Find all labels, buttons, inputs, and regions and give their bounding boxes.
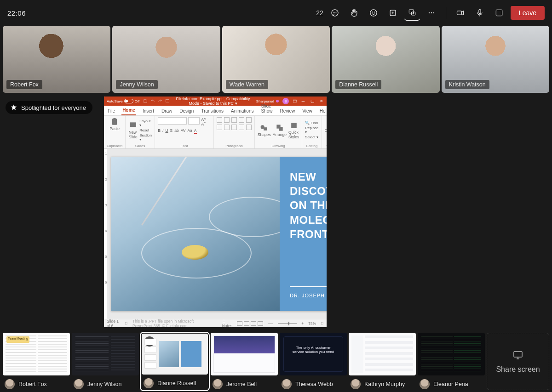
- new-slide-icon[interactable]: [128, 121, 138, 130]
- sorter-view-button[interactable]: [244, 321, 249, 326]
- tab-design[interactable]: Design: [178, 107, 195, 115]
- line-spacing-button[interactable]: [246, 117, 252, 123]
- svg-rect-21: [114, 118, 116, 119]
- arrange-icon[interactable]: [275, 123, 284, 132]
- monitor-icon: [511, 350, 525, 361]
- reset-button[interactable]: Reset: [139, 128, 152, 132]
- tab-review[interactable]: Review: [279, 107, 296, 115]
- share-source-name: Theresa Webb: [295, 381, 333, 387]
- close-button[interactable]: ✕: [319, 99, 324, 103]
- reactions-button[interactable]: [366, 5, 381, 21]
- quick-styles-icon[interactable]: [289, 121, 299, 130]
- bullets-button[interactable]: [217, 117, 222, 123]
- tab-home[interactable]: Home: [121, 106, 136, 115]
- shapes-icon[interactable]: [259, 123, 269, 132]
- strike-button[interactable]: S: [170, 128, 173, 134]
- video-tile[interactable]: Wade Warren: [222, 26, 330, 93]
- camera-button[interactable]: [453, 5, 468, 21]
- autosave-toggle[interactable]: AutoSave Off: [107, 99, 139, 103]
- slideshow-icon[interactable]: [165, 99, 170, 103]
- char-spacing-button[interactable]: AV: [181, 128, 186, 134]
- ppt-body: 1 2 3 4 5 6 NEW DISCOVERIES ON THE MOLE: [104, 149, 327, 319]
- font-family-select[interactable]: [158, 117, 187, 125]
- tab-transitions[interactable]: Transitions: [200, 107, 224, 115]
- tab-file[interactable]: File: [107, 107, 116, 115]
- slideshow-view-button[interactable]: [258, 321, 263, 326]
- justify-button[interactable]: [239, 125, 244, 130]
- indent-dec-button[interactable]: [231, 117, 237, 123]
- minimize-button[interactable]: ─: [301, 99, 305, 103]
- share-indicator-button[interactable]: [404, 5, 420, 21]
- numbering-button[interactable]: [224, 117, 230, 123]
- font-size-select[interactable]: [188, 117, 200, 125]
- indent-inc-button[interactable]: [239, 117, 244, 123]
- leave-button[interactable]: Leave: [511, 6, 545, 20]
- columns-button[interactable]: [246, 125, 252, 130]
- notes-button[interactable]: ≐ Notes: [222, 319, 232, 328]
- zoom-slider[interactable]: [278, 323, 297, 324]
- font-color-button[interactable]: A: [194, 128, 197, 134]
- maximize-button[interactable]: ▢: [310, 99, 315, 103]
- redo-icon[interactable]: [158, 99, 162, 103]
- select-button[interactable]: Select ▾: [305, 135, 318, 139]
- preview-thumbnail: [418, 333, 485, 375]
- tab-view[interactable]: View: [301, 107, 313, 115]
- svg-point-4: [334, 13, 335, 13]
- bold-button[interactable]: B: [158, 128, 161, 134]
- share-source-tile[interactable]: Kathryn Murphy: [349, 333, 416, 390]
- apps-button[interactable]: [385, 5, 401, 21]
- replace-button[interactable]: Replace ▾: [305, 126, 318, 134]
- mic-button[interactable]: [472, 5, 488, 21]
- tab-slide-show[interactable]: Slide Show: [260, 102, 273, 115]
- share-source-tile[interactable]: Eleanor Pena: [418, 333, 485, 390]
- share-screen-top-button[interactable]: [491, 5, 507, 21]
- normal-view-button[interactable]: [237, 321, 242, 326]
- raise-hand-button[interactable]: [346, 5, 362, 21]
- ppt-ribbon-tabs: File Home Insert Draw Design Transitions…: [104, 106, 327, 116]
- share-source-tile[interactable]: Jenny Wilson: [72, 333, 139, 390]
- ppt-document-title: FileInfo.com Example.ppt - Compatibility…: [173, 97, 253, 106]
- video-tile[interactable]: Jenny Wilson: [112, 26, 220, 93]
- shadow-button[interactable]: ab: [174, 128, 178, 134]
- accessibility-icon[interactable]: [125, 321, 128, 326]
- tab-help[interactable]: Help: [319, 107, 327, 115]
- align-center-button[interactable]: [224, 125, 230, 130]
- fit-to-window-button[interactable]: [321, 321, 324, 326]
- video-tile[interactable]: Dianne Russell: [332, 26, 439, 93]
- share-screen-button[interactable]: Share screen: [487, 333, 549, 390]
- slide-thumbnails-panel[interactable]: 1 2 3 4 5 6: [104, 149, 107, 319]
- share-source-tile[interactable]: Team Meeting Robert Fox: [3, 333, 70, 390]
- chat-button[interactable]: [327, 5, 343, 21]
- user-avatar[interactable]: S: [282, 98, 289, 104]
- svg-rect-20: [112, 119, 117, 125]
- layout-button[interactable]: Layout ▾: [139, 119, 152, 127]
- underline-button[interactable]: U: [165, 128, 168, 134]
- slide-canvas[interactable]: NEW DISCOVERIES ON THE MOLECULAR FRONTIE…: [107, 149, 327, 319]
- share-source-tile[interactable]: Jerome Bell: [211, 333, 278, 390]
- share-sources-strip: Team Meeting Robert Fox Jenny Wilson Dia…: [0, 330, 552, 392]
- align-right-button[interactable]: [231, 125, 237, 130]
- align-left-button[interactable]: [217, 125, 222, 130]
- tab-animations[interactable]: Animations: [230, 107, 254, 115]
- ribbon-collapse-icon[interactable]: [293, 99, 297, 103]
- svg-rect-24: [264, 127, 268, 131]
- slide-author: DR. JOSEPH KING: [290, 293, 327, 298]
- section-button[interactable]: Section ▾: [139, 133, 152, 142]
- video-tile[interactable]: Robert Fox: [3, 26, 110, 93]
- share-source-tile[interactable]: Dianne Russell: [141, 333, 209, 390]
- save-icon[interactable]: [143, 99, 148, 103]
- svg-point-12: [429, 12, 430, 13]
- ribbon-group-clipboard: Paste Clipboard: [104, 116, 126, 148]
- paste-icon[interactable]: [110, 117, 119, 126]
- more-button[interactable]: [424, 5, 439, 21]
- undo-icon[interactable]: [150, 99, 155, 103]
- video-tile[interactable]: Kristin Watson: [442, 26, 549, 93]
- find-button[interactable]: 🔍 Find: [305, 121, 318, 125]
- share-source-tile[interactable]: Theresa Webb: [280, 333, 347, 390]
- reading-view-button[interactable]: [251, 321, 256, 326]
- change-case-button[interactable]: Aa: [187, 128, 192, 134]
- italic-button[interactable]: I: [162, 128, 163, 134]
- tab-insert[interactable]: Insert: [142, 107, 155, 115]
- participants-button[interactable]: 22: [313, 9, 323, 17]
- tab-draw[interactable]: Draw: [161, 107, 173, 115]
